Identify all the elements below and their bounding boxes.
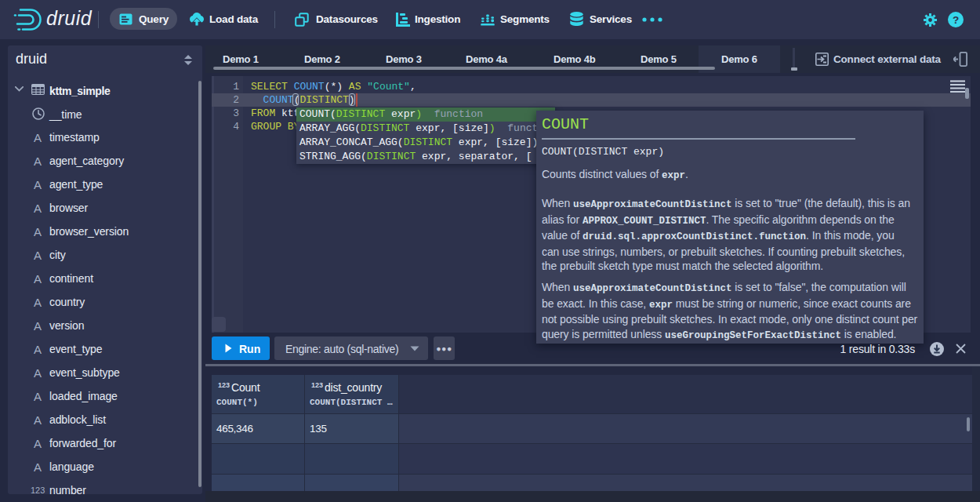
svg-text:?: ?	[953, 14, 959, 26]
